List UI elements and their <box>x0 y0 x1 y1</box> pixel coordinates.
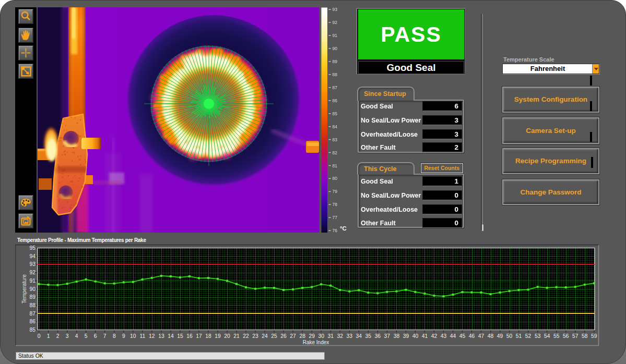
svg-text:59: 59 <box>591 333 597 339</box>
svg-text:22: 22 <box>243 333 249 339</box>
svg-text:52: 52 <box>525 333 531 339</box>
svg-text:85: 85 <box>30 327 36 333</box>
svg-text:19: 19 <box>215 333 221 339</box>
svg-text:45: 45 <box>459 333 466 339</box>
svg-text:79: 79 <box>333 189 338 194</box>
svg-text:90: 90 <box>30 286 36 292</box>
svg-text:91: 91 <box>30 278 36 284</box>
svg-text:32: 32 <box>337 333 343 339</box>
svg-text:0: 0 <box>38 333 41 339</box>
svg-text:17: 17 <box>196 333 202 339</box>
svg-text:91: 91 <box>333 33 338 38</box>
svg-text:10: 10 <box>130 333 136 339</box>
svg-text:21: 21 <box>233 333 240 339</box>
svg-text:8: 8 <box>113 333 116 339</box>
svg-text:47: 47 <box>478 333 485 339</box>
svg-text:12: 12 <box>149 333 155 339</box>
svg-text:14: 14 <box>168 333 174 339</box>
svg-text:37: 37 <box>384 333 391 339</box>
svg-text:56: 56 <box>563 333 569 339</box>
svg-text:15: 15 <box>177 333 183 339</box>
svg-text:89: 89 <box>30 294 36 300</box>
svg-text:2: 2 <box>56 333 60 339</box>
svg-text:29: 29 <box>309 333 315 339</box>
svg-text:54: 54 <box>544 333 550 339</box>
svg-text:Temperature: Temperature <box>21 274 27 304</box>
svg-text:27: 27 <box>290 333 296 339</box>
svg-text:83: 83 <box>333 137 338 142</box>
svg-text:16: 16 <box>186 333 193 339</box>
svg-text:87: 87 <box>333 85 338 90</box>
svg-text:31: 31 <box>327 333 334 339</box>
svg-text:87: 87 <box>30 311 36 317</box>
svg-text:55: 55 <box>553 333 560 339</box>
svg-text:39: 39 <box>403 333 409 339</box>
svg-text:78: 78 <box>333 202 338 207</box>
svg-text:85: 85 <box>333 111 338 116</box>
svg-text:28: 28 <box>299 333 305 339</box>
svg-text:80: 80 <box>333 176 338 181</box>
svg-text:1: 1 <box>47 333 50 339</box>
svg-text:41: 41 <box>422 333 428 339</box>
svg-text:88: 88 <box>30 302 36 308</box>
svg-text:58: 58 <box>582 333 588 339</box>
svg-text:92: 92 <box>30 270 36 275</box>
svg-text:46: 46 <box>469 333 475 339</box>
svg-text:81: 81 <box>333 163 338 168</box>
svg-text:57: 57 <box>572 333 578 339</box>
svg-text:7: 7 <box>103 333 107 339</box>
svg-text:5: 5 <box>85 333 88 339</box>
svg-text:13: 13 <box>158 333 164 339</box>
svg-text:51: 51 <box>516 333 522 339</box>
svg-text:6: 6 <box>94 333 97 339</box>
svg-text:44: 44 <box>450 333 456 339</box>
svg-text:95: 95 <box>30 245 36 251</box>
svg-text:76: 76 <box>333 228 338 233</box>
svg-text:9: 9 <box>122 333 125 339</box>
svg-text:3: 3 <box>66 333 69 339</box>
svg-text:82: 82 <box>333 150 338 155</box>
svg-text:86: 86 <box>333 98 338 103</box>
svg-text:25: 25 <box>271 333 277 339</box>
svg-text:11: 11 <box>139 333 145 339</box>
svg-text:40: 40 <box>412 333 419 339</box>
svg-text:35: 35 <box>365 333 372 339</box>
svg-text:°C: °C <box>340 225 347 232</box>
svg-text:77: 77 <box>333 215 338 220</box>
svg-text:4: 4 <box>75 333 78 339</box>
svg-text:88: 88 <box>333 72 338 77</box>
svg-text:20: 20 <box>224 333 230 339</box>
svg-text:49: 49 <box>497 333 503 339</box>
svg-text:48: 48 <box>488 333 494 339</box>
svg-text:30: 30 <box>318 333 324 339</box>
svg-text:84: 84 <box>333 124 338 129</box>
svg-text:43: 43 <box>441 333 447 339</box>
svg-text:93: 93 <box>333 7 338 12</box>
svg-text:24: 24 <box>262 333 268 339</box>
svg-text:93: 93 <box>30 261 36 267</box>
svg-text:23: 23 <box>252 333 258 339</box>
svg-text:89: 89 <box>333 59 338 64</box>
svg-text:38: 38 <box>394 333 400 339</box>
svg-text:33: 33 <box>347 333 353 339</box>
svg-text:53: 53 <box>535 333 541 339</box>
svg-text:26: 26 <box>280 333 287 339</box>
svg-text:92: 92 <box>333 20 338 25</box>
svg-text:94: 94 <box>30 253 36 259</box>
svg-text:34: 34 <box>356 333 362 339</box>
svg-text:50: 50 <box>506 333 513 339</box>
svg-text:90: 90 <box>333 46 338 51</box>
svg-text:36: 36 <box>375 333 381 339</box>
svg-text:Rake Index: Rake Index <box>303 339 329 345</box>
svg-text:18: 18 <box>205 333 211 339</box>
svg-text:86: 86 <box>30 319 36 324</box>
svg-text:42: 42 <box>431 333 438 339</box>
